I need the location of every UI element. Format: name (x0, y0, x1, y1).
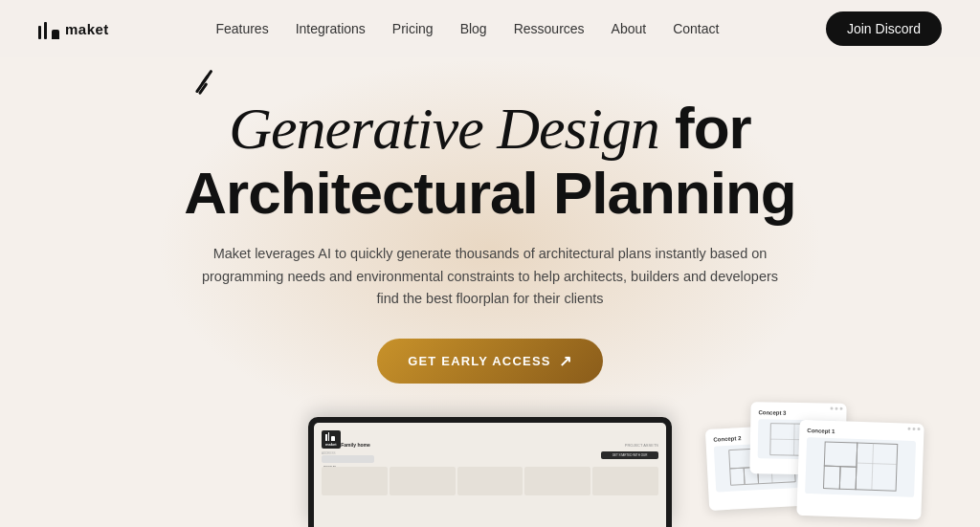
hero-heading-bold: Architectural Planning (184, 160, 795, 226)
early-access-button[interactable]: GET EARLY ACCESS ↗ (377, 339, 603, 384)
hero-heading: Generative Design for Architectural Plan… (0, 96, 980, 226)
grid-cell-3 (457, 467, 523, 495)
svg-line-13 (857, 463, 897, 464)
svg-rect-9 (823, 466, 840, 489)
nav-item-integrations[interactable]: Integrations (296, 21, 366, 36)
navbar: maket Features Integrations Pricing Blog… (0, 0, 980, 57)
nav-item-contact[interactable]: Contact (673, 21, 719, 36)
nav-item-pricing[interactable]: Pricing (392, 21, 434, 36)
cta-label: GET EARLY ACCESS (408, 354, 550, 368)
grid-cell-1 (322, 467, 388, 495)
svg-rect-1 (730, 468, 745, 485)
screen-cta-btn: GET STARTED WITH OUR (601, 451, 658, 459)
screen-fields: ADDRESS 800046 GET STARTED WITH OUR (322, 451, 658, 463)
address-field: ADDRESS 800046 (322, 451, 374, 463)
svg-line-12 (872, 444, 874, 491)
hero-section: Generative Design for Architectural Plan… (0, 57, 980, 384)
grid-cell-4 (524, 467, 590, 495)
nav-item-features[interactable]: Features (215, 21, 268, 36)
concept-1-label: Concept 1 (807, 428, 916, 437)
laptop-mockup: maket Musano Family home PROJECT ASSETS … (308, 417, 672, 527)
logo-text: maket (65, 21, 109, 37)
screen-logo-text: maket (325, 442, 337, 447)
card1-dots (907, 428, 920, 430)
card3-dots (831, 407, 843, 410)
grid-cell-2 (390, 467, 456, 495)
svg-rect-8 (824, 442, 857, 467)
arrow-icon: ↗ (559, 352, 572, 370)
concept-card-1: Concept 1 (796, 420, 924, 519)
screen-logo: maket (322, 430, 341, 449)
screen-btn-label: GET STARTED WITH OUR (612, 453, 648, 457)
hero-subtext: Maket leverages AI to quickly generate t… (193, 243, 787, 310)
laptop-screen: maket Musano Family home PROJECT ASSETS … (314, 423, 666, 527)
concept-3-label: Concept 3 (758, 409, 838, 416)
logo[interactable]: maket (38, 18, 109, 39)
address-value-box: 800046 (322, 455, 374, 463)
hero-heading-for: for (659, 95, 751, 161)
screen-project-assets: PROJECT ASSETS (625, 443, 658, 448)
floor-plan-1 (805, 437, 916, 497)
nav-links: Features Integrations Pricing Blog Resso… (215, 20, 719, 37)
concept-cards: Concept 2 Concept 3 (683, 403, 923, 527)
screen-grid (322, 467, 658, 495)
svg-rect-11 (856, 443, 898, 491)
svg-rect-10 (839, 467, 857, 490)
screen-content: Musano Family home PROJECT ASSETS ADDRES… (314, 423, 666, 501)
spark-decoration (190, 75, 217, 92)
hero-heading-italic: Generative Design (229, 96, 659, 161)
start-btn-area: GET STARTED WITH OUR (601, 451, 658, 463)
mockup-area: maket Musano Family home PROJECT ASSETS … (0, 403, 980, 527)
nav-item-blog[interactable]: Blog (460, 21, 487, 36)
screen-header: Musano Family home PROJECT ASSETS (322, 442, 658, 448)
logo-icon (38, 18, 59, 39)
nav-item-about[interactable]: About (612, 21, 647, 36)
join-discord-button[interactable]: Join Discord (826, 11, 942, 46)
nav-item-ressources[interactable]: Ressources (514, 21, 585, 36)
grid-cell-5 (592, 467, 658, 495)
